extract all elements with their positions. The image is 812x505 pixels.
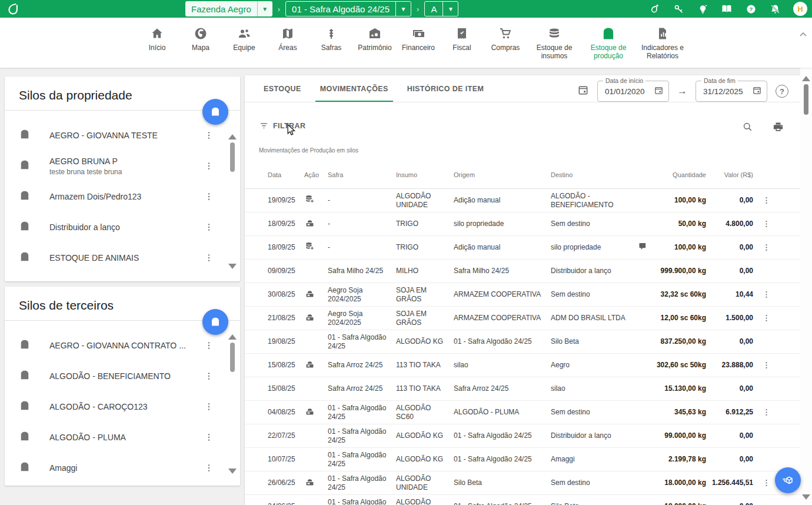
scroll-up-arrow[interactable] xyxy=(802,76,810,81)
silo-item[interactable]: Armazem Dois/Pedro123 xyxy=(5,181,240,212)
silo-item[interactable]: AEGRO BRUNA Pteste bruna teste bruna xyxy=(5,151,240,181)
aegro-plus-icon[interactable] xyxy=(648,3,660,15)
scroll-up-arrow[interactable] xyxy=(228,334,237,340)
date-start-field[interactable]: Data de início 01/01/2020 xyxy=(597,81,669,102)
note-icon[interactable] xyxy=(638,242,647,251)
tab-movimentacoes[interactable]: MOVIMENTAÇÕES xyxy=(311,75,398,102)
table-row[interactable]: 30/08/25 Aegro Soja 2024/2025 SOJA EM GR… xyxy=(245,283,800,307)
nav-item-equipe[interactable]: Equipe xyxy=(222,18,266,68)
item-menu-kebab-icon[interactable] xyxy=(204,130,214,141)
table-row[interactable]: 19/08/25 01 - Safra Algodão 24/25 ALGODÃ… xyxy=(245,330,800,354)
lightbulb-icon[interactable] xyxy=(697,3,708,15)
key-icon[interactable] xyxy=(673,3,684,15)
scroll-down-arrow[interactable] xyxy=(228,264,237,269)
nav-item-indicadores[interactable]: Indicadores e Relatórios xyxy=(635,18,690,68)
nav-item-estoque-insumos[interactable]: Estoque de insumos xyxy=(527,18,581,68)
silo-item[interactable]: Amaggi xyxy=(5,453,240,483)
table-row[interactable]: 15/08/25 Safra Arroz 24/25 113 TIO TAKA … xyxy=(245,354,800,377)
season-selector[interactable]: 01 - Safra Algodão 24/25 ▼ xyxy=(285,1,411,16)
item-menu-kebab-icon[interactable] xyxy=(204,161,214,171)
table-row[interactable]: 21/08/25 Aegro Soja 2024/2025 SOJA EM GR… xyxy=(245,307,800,330)
unit-selector[interactable]: A ▼ xyxy=(424,1,458,16)
row-menu-kebab-icon[interactable] xyxy=(761,290,771,300)
search-icon[interactable] xyxy=(742,121,753,135)
farm-selector[interactable]: Fazenda Aegro ▼ xyxy=(185,1,272,16)
scroll-down-arrow[interactable] xyxy=(228,469,237,474)
nav-item-inicio[interactable]: Início xyxy=(135,18,179,68)
row-menu-kebab-icon[interactable] xyxy=(761,195,771,206)
filter-button[interactable]: FILTRAR xyxy=(259,121,305,130)
date-start-value[interactable]: 01/01/2020 xyxy=(605,87,645,96)
tab-estoque[interactable]: ESTOQUE xyxy=(254,75,311,102)
table-row[interactable]: 15/08/25 Safra Arroz 24/25 113 TIO TAKA … xyxy=(245,377,800,401)
item-menu-kebab-icon[interactable] xyxy=(204,222,214,232)
date-end-value[interactable]: 31/12/2025 xyxy=(703,87,743,96)
silo-item[interactable]: AEGRO - GIOVANNA CONTRATO ... xyxy=(5,330,240,361)
item-menu-kebab-icon[interactable] xyxy=(204,191,214,202)
page-scrollbar[interactable] xyxy=(800,68,812,505)
cell-data: 22/07/25 xyxy=(268,431,304,440)
date-start-label: Data de início xyxy=(603,77,645,84)
silo-item[interactable]: ALGODÃO - PLUMA xyxy=(5,422,240,453)
item-menu-kebab-icon[interactable] xyxy=(204,463,214,473)
item-menu-kebab-icon[interactable] xyxy=(204,252,214,263)
collapse-nav-chevron-icon[interactable] xyxy=(799,29,807,40)
nav-item-patrimonio[interactable]: Patrimônio xyxy=(353,18,397,68)
user-avatar[interactable]: H xyxy=(793,2,807,16)
farm-selector-value[interactable]: Fazenda Aegro xyxy=(185,1,257,16)
scrollbar-thumb[interactable] xyxy=(230,142,235,172)
row-menu-kebab-icon[interactable] xyxy=(761,242,771,253)
new-movement-fab[interactable] xyxy=(775,467,801,493)
table-row[interactable]: 26/06/25 01 - Safra Algodão 24/25 ALGODÃ… xyxy=(245,471,800,495)
row-menu-kebab-icon[interactable] xyxy=(761,360,771,371)
calendar-icon[interactable] xyxy=(654,85,664,98)
nav-item-estoque-producao[interactable]: Estoque de produção xyxy=(581,18,635,68)
table-row[interactable]: 22/07/25 01 - Safra Algodão 24/25 ALGODÃ… xyxy=(245,424,800,448)
silo-item[interactable]: ALGODÃO - CAROÇO123 xyxy=(5,391,240,422)
nav-item-mapa[interactable]: Mapa xyxy=(179,18,222,68)
row-menu-kebab-icon[interactable] xyxy=(761,407,771,418)
table-row[interactable]: 09/09/25 Safra Milho 24/25 MILHO Safra M… xyxy=(245,260,800,283)
silo-item[interactable]: ESTOQUE DE ANIMAIS xyxy=(5,242,240,273)
scrollbar-thumb[interactable] xyxy=(230,343,235,372)
silo-item[interactable]: ALGODÃO - BENEFICIAMENTO xyxy=(5,361,240,391)
calendar-shortcut-icon[interactable] xyxy=(577,84,589,98)
scroll-up-arrow[interactable] xyxy=(228,134,237,139)
aegro-logo-icon[interactable] xyxy=(6,2,20,18)
tab-historico-de-item[interactable]: HISTÓRICO DE ITEM xyxy=(398,75,493,102)
help-icon[interactable]: ? xyxy=(776,85,788,98)
date-end-field[interactable]: Data de fim 31/12/2025 xyxy=(695,81,767,102)
nav-item-areas[interactable]: Áreas xyxy=(266,18,310,68)
knowledge-book-icon[interactable] xyxy=(721,3,733,15)
notifications-off-icon[interactable] xyxy=(769,3,781,15)
print-icon[interactable] xyxy=(773,121,784,135)
table-row[interactable]: 18/09/25 - TRIGO silo propriedade Sem de… xyxy=(245,212,800,236)
season-selector-value[interactable]: 01 - Safra Algodão 24/25 xyxy=(286,2,395,16)
table-row[interactable]: 19/09/25 - ALGODÃO UNIDADE Adição manual… xyxy=(245,189,800,212)
row-menu-kebab-icon[interactable] xyxy=(761,219,771,230)
nav-item-fiscal[interactable]: Fiscal xyxy=(440,18,484,68)
row-menu-kebab-icon[interactable] xyxy=(761,313,771,324)
row-menu-kebab-icon[interactable] xyxy=(761,478,771,489)
item-menu-kebab-icon[interactable] xyxy=(204,340,214,351)
scrollbar-thumb[interactable] xyxy=(804,84,808,115)
item-menu-kebab-icon[interactable] xyxy=(204,371,214,381)
table-row[interactable]: 24/06/25 01 - Safra Algodão 24/25 ALGODÃ… xyxy=(245,495,800,505)
unit-selector-value[interactable]: A xyxy=(425,2,442,16)
unit-dropdown-arrow-icon[interactable]: ▼ xyxy=(442,2,458,16)
season-dropdown-arrow-icon[interactable]: ▼ xyxy=(395,2,411,16)
item-menu-kebab-icon[interactable] xyxy=(204,432,214,443)
silo-item[interactable]: AEGRO - GIOVANNA TESTE xyxy=(5,120,240,151)
nav-item-financeiro[interactable]: Financeiro xyxy=(397,18,440,68)
help-icon[interactable]: ? xyxy=(745,3,757,15)
table-row[interactable]: 18/09/25 - TRIGO Adição manual silo prop… xyxy=(245,236,800,260)
farm-dropdown-arrow-icon[interactable]: ▼ xyxy=(257,1,272,16)
table-row[interactable]: 04/08/25 01 - Safra Algodão 24/25 ALGODÃ… xyxy=(245,401,800,424)
item-menu-kebab-icon[interactable] xyxy=(204,401,214,412)
calendar-icon[interactable] xyxy=(752,85,762,98)
nav-item-compras[interactable]: Compras xyxy=(484,18,527,68)
scroll-down-arrow[interactable] xyxy=(802,494,810,500)
nav-item-safras[interactable]: Safras xyxy=(310,18,353,68)
table-row[interactable]: 10/07/25 01 - Safra Algodão 24/25 ALGODÃ… xyxy=(245,448,800,471)
silo-item[interactable]: Distribuidor a lanço xyxy=(5,212,240,242)
